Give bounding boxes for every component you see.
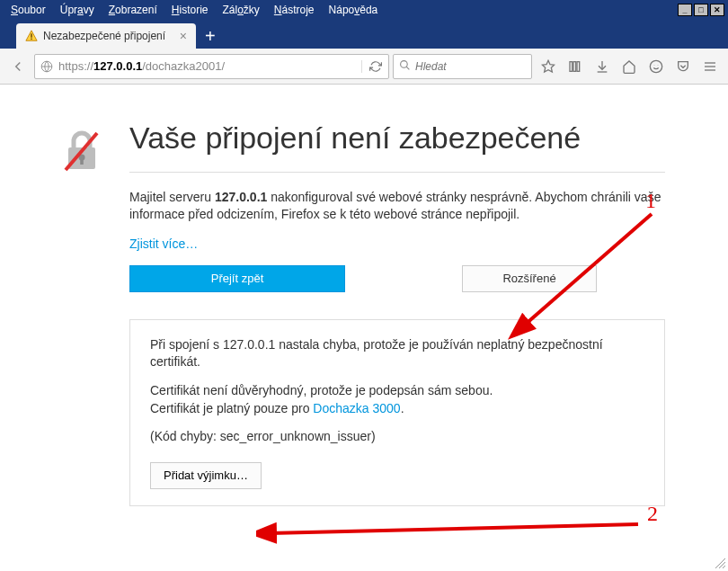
hamburger-menu-icon[interactable]: [697, 54, 723, 79]
panel-error-line2: Certifikát není důvěryhodný, protože je …: [150, 382, 644, 417]
close-tab-icon[interactable]: ×: [180, 29, 187, 43]
learn-more-link[interactable]: Zjistit více…: [129, 236, 198, 251]
svg-line-26: [723, 566, 725, 568]
menu-tools[interactable]: Nástroje: [267, 2, 322, 18]
annotation-number-2: 2: [647, 502, 658, 526]
annotation-number-1: 1: [645, 189, 656, 213]
svg-line-5: [406, 67, 409, 69]
menu-history[interactable]: Historie: [164, 2, 216, 18]
url-text: https://127.0.0.1/dochazka2001/: [58, 59, 361, 73]
reload-button[interactable]: [361, 60, 388, 73]
page-content: Vaše připojení není zabezpečené Majitel …: [0, 85, 728, 524]
menu-bar: Soubor Úpravy Zobrazení Historie Záložky…: [0, 0, 728, 20]
globe-icon: [35, 60, 58, 73]
cert-domain-link[interactable]: Dochazka 3000: [313, 401, 400, 415]
separator: [129, 172, 665, 173]
maximize-button[interactable]: □: [694, 4, 708, 16]
warning-icon: [25, 30, 38, 42]
add-exception-button[interactable]: Přidat výjimku…: [150, 462, 262, 489]
pocket-icon[interactable]: [670, 54, 696, 79]
search-input[interactable]: [415, 60, 526, 73]
svg-rect-1: [31, 33, 31, 37]
home-icon[interactable]: [617, 54, 642, 79]
search-bar[interactable]: [393, 54, 532, 79]
smiley-icon[interactable]: [644, 54, 669, 79]
panel-error-code: (Kód chyby: sec_error_unknown_issuer): [150, 428, 644, 446]
new-tab-button[interactable]: +: [205, 23, 216, 49]
resize-grip-icon[interactable]: [714, 557, 726, 569]
menu-help[interactable]: Nápověda: [322, 2, 386, 18]
download-icon[interactable]: [590, 54, 615, 79]
tab-title: Nezabezpečené připojení: [43, 30, 165, 42]
nav-toolbar: https://127.0.0.1/dochazka2001/: [0, 49, 728, 85]
panel-error-line1: Při spojení s 127.0.0.1 nastala chyba, p…: [150, 336, 644, 371]
svg-marker-6: [542, 60, 554, 72]
svg-line-23: [270, 524, 638, 533]
description-text: Majitel serveru 127.0.0.1 nakonfiguroval…: [129, 189, 665, 223]
advanced-panel: Při spojení s 127.0.0.1 nastala chyba, p…: [129, 319, 665, 506]
svg-rect-9: [577, 61, 580, 71]
page-heading: Vaše připojení není zabezpečené: [129, 120, 665, 156]
back-button[interactable]: [5, 54, 31, 79]
advanced-button[interactable]: Rozšířené: [462, 265, 597, 292]
svg-point-12: [650, 60, 661, 72]
bookmark-star-icon[interactable]: [536, 54, 561, 79]
svg-rect-7: [570, 61, 573, 71]
insecure-lock-icon: [63, 120, 108, 176]
library-icon[interactable]: [563, 54, 588, 79]
menu-bookmarks[interactable]: Záložky: [215, 2, 266, 18]
url-bar[interactable]: https://127.0.0.1/dochazka2001/: [34, 54, 389, 79]
go-back-button[interactable]: Přejít zpět: [129, 265, 345, 292]
menu-view[interactable]: Zobrazení: [102, 2, 164, 18]
minimize-button[interactable]: _: [678, 4, 692, 16]
svg-rect-20: [80, 158, 84, 165]
svg-point-4: [401, 60, 408, 67]
browser-tab[interactable]: Nezabezpečené připojení ×: [16, 23, 196, 49]
menu-edit[interactable]: Úpravy: [53, 2, 102, 18]
close-window-button[interactable]: ✕: [710, 4, 724, 16]
svg-line-25: [719, 562, 725, 568]
search-icon: [399, 58, 411, 75]
svg-rect-8: [573, 61, 576, 71]
tab-bar: Nezabezpečené připojení × +: [0, 20, 728, 49]
menu-file[interactable]: Soubor: [4, 2, 53, 18]
window-controls: _ □ ✕: [678, 4, 724, 16]
svg-rect-2: [31, 39, 31, 40]
